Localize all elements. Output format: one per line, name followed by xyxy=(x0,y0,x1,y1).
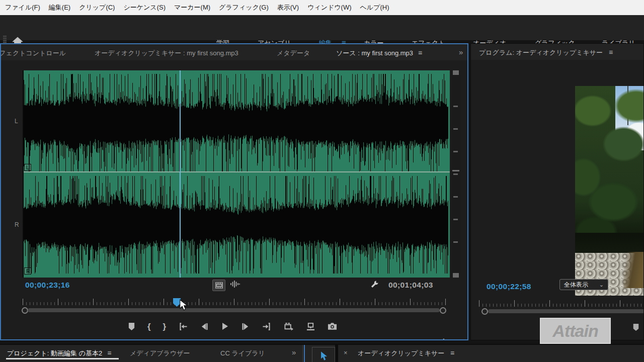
menu-file[interactable]: ファイル(F) xyxy=(5,3,40,12)
attain-watermark-text: Attain xyxy=(552,321,598,341)
channel-right-label: R xyxy=(15,221,19,228)
menu-view[interactable]: 表示(V) xyxy=(277,3,299,12)
button-editor-plus[interactable]: + xyxy=(441,336,447,340)
source-current-timecode[interactable]: 00;00;23;16 xyxy=(25,281,70,290)
vertical-scale-ticks xyxy=(453,84,458,263)
mixer-panel-tabbar: × オーディオクリップミキサー ≡ xyxy=(338,345,644,362)
tab-audio-clip-mixer[interactable]: オーディオクリップミキサー : my first song.mp3 xyxy=(95,49,238,58)
zoom-scrollbar[interactable] xyxy=(28,308,440,312)
menu-graphics[interactable]: グラフィック(G) xyxy=(219,3,269,12)
source-time-ruler[interactable] xyxy=(23,298,448,305)
tab-project-label: プロジェクト: 動画編集 の基本2 xyxy=(7,349,102,358)
source-monitor-panel: エフェクトコントロール オーディオクリップミキサー : my first son… xyxy=(0,43,468,340)
menu-marker[interactable]: マーカー(M) xyxy=(174,3,210,12)
step-forward-icon xyxy=(241,322,250,331)
vertical-scale-zero-tick xyxy=(452,170,459,171)
menu-sequence[interactable]: シーケンス(S) xyxy=(123,3,166,12)
mark-in-button[interactable]: { xyxy=(147,322,151,331)
tab-media-browser[interactable]: メディアブラウザー xyxy=(130,349,190,358)
transport-controls: { } xyxy=(16,318,449,335)
video-trees xyxy=(575,86,644,252)
bottom-tab-overflow-icon[interactable]: » xyxy=(292,348,296,356)
selection-tool-button[interactable] xyxy=(320,351,327,362)
mouse-cursor xyxy=(179,299,188,311)
overwrite-icon xyxy=(306,322,315,331)
settings-wrench-button[interactable] xyxy=(370,280,379,289)
project-panel-menu-icon[interactable]: ≡ xyxy=(107,349,111,358)
add-marker-button[interactable] xyxy=(128,322,135,331)
mixer-panel-menu-icon[interactable]: ≡ xyxy=(450,349,454,357)
overwrite-button[interactable] xyxy=(306,322,315,331)
mixer-tab-close-icon[interactable]: × xyxy=(344,349,348,356)
drag-audio-button[interactable] xyxy=(229,280,240,288)
menu-clip[interactable]: クリップ(C) xyxy=(79,3,115,12)
chevron-down-icon: ⌄ xyxy=(599,282,604,288)
waveform-display[interactable] xyxy=(23,70,450,278)
go-to-in-button[interactable] xyxy=(178,322,188,331)
attain-watermark: Attain xyxy=(540,318,611,344)
waveform-playhead[interactable] xyxy=(180,70,181,278)
wrench-icon xyxy=(370,280,379,289)
program-video-preview[interactable] xyxy=(575,86,644,296)
marker-icon xyxy=(128,322,135,331)
program-monitor-content: 00;00;22;58 全体表示 ⌄ xyxy=(471,60,643,340)
go-to-in-icon xyxy=(178,322,188,331)
tab-audio-clip-mixer-bottom[interactable]: オーディオクリップミキサー xyxy=(358,349,444,358)
panel-divider xyxy=(302,345,303,362)
source-duration-timecode: 00;01;04;03 xyxy=(388,281,433,290)
program-add-marker-button[interactable] xyxy=(632,323,639,331)
project-panel-tabbar: プロジェクト: 動画編集 の基本2 ≡ メディアブラウザー CC ライブラリ » xyxy=(0,345,335,362)
insert-icon xyxy=(284,322,294,331)
program-monitor-panel: プログラム: オーディオクリップミキサー ≡ 00;00;22;58 全体表示 … xyxy=(470,43,644,340)
program-scrollbar-handle[interactable] xyxy=(481,308,488,315)
workspace-toolbar: 学習 アセンブリ 編集 ≡ カラー エフェクト オーディオ グラフィック ライブ… xyxy=(0,15,644,40)
bottom-panel-bar: プロジェクト: 動画編集 の基本2 ≡ メディアブラウザー CC ライブラリ »… xyxy=(0,344,644,362)
insert-button[interactable] xyxy=(284,322,294,331)
tab-metadata[interactable]: メタデータ xyxy=(277,49,310,58)
zoom-level-value: 全体表示 xyxy=(564,281,588,289)
program-scrollbar[interactable] xyxy=(488,309,644,313)
selection-tool-icon xyxy=(320,351,327,360)
zoom-scrollbar-right-handle[interactable] xyxy=(440,307,446,314)
menu-bar: ファイル(F) 編集(E) クリップ(C) シーケンス(S) マーカー(M) グ… xyxy=(0,0,644,15)
audio-waveform-icon xyxy=(229,280,240,288)
menu-edit[interactable]: 編集(E) xyxy=(49,3,70,12)
tab-cc-libraries[interactable]: CC ライブラリ xyxy=(220,349,265,358)
menu-help[interactable]: ヘルプ(H) xyxy=(360,3,389,12)
go-to-out-icon xyxy=(262,322,272,331)
tab-overflow-icon[interactable]: » xyxy=(459,48,463,56)
menu-window[interactable]: ウィンドウ(W) xyxy=(307,3,351,12)
vertical-scroll-handle-top[interactable] xyxy=(453,70,459,75)
waveform-canvas xyxy=(23,70,450,278)
tab-effect-controls[interactable]: エフェクトコントロール xyxy=(0,49,66,58)
source-monitor-content: L R 00;00;23;16 xyxy=(1,60,467,339)
video-river-water xyxy=(623,252,644,288)
program-time-ruler[interactable] xyxy=(479,299,644,307)
camera-icon xyxy=(328,322,337,330)
drag-video-button[interactable] xyxy=(212,280,225,291)
go-to-out-button[interactable] xyxy=(262,322,272,331)
marker-icon xyxy=(632,323,639,331)
source-panel-menu-icon[interactable]: ≡ xyxy=(418,49,422,57)
project-tab-underline xyxy=(6,358,119,359)
step-back-button[interactable] xyxy=(200,322,209,331)
channel-left-label: L xyxy=(15,118,18,125)
premiere-window: ファイル(F) 編集(E) クリップ(C) シーケンス(S) マーカー(M) グ… xyxy=(0,0,644,362)
program-current-timecode[interactable]: 00;00;22;58 xyxy=(487,282,531,291)
export-frame-button[interactable] xyxy=(328,322,337,330)
tab-program[interactable]: プログラム: オーディオクリップミキサー xyxy=(479,48,603,57)
program-panel-menu-icon[interactable]: ≡ xyxy=(609,48,613,56)
play-icon xyxy=(221,322,229,331)
play-button[interactable] xyxy=(221,322,229,331)
tab-project-active[interactable]: プロジェクト: 動画編集 の基本2 ≡ xyxy=(7,349,111,358)
vertical-scroll-handle-bottom[interactable] xyxy=(453,273,459,278)
step-back-icon xyxy=(200,322,209,331)
step-forward-button[interactable] xyxy=(241,322,250,331)
waveform-vertical-scale[interactable] xyxy=(451,70,460,278)
tools-panel-focus-border xyxy=(304,345,305,362)
mark-out-button[interactable]: } xyxy=(163,322,167,331)
tools-panel xyxy=(312,347,335,362)
zoom-level-dropdown[interactable]: 全体表示 ⌄ xyxy=(559,279,608,290)
filmstrip-icon xyxy=(215,282,223,289)
tab-source-label: ソース : my first song.mp3 xyxy=(336,49,413,58)
